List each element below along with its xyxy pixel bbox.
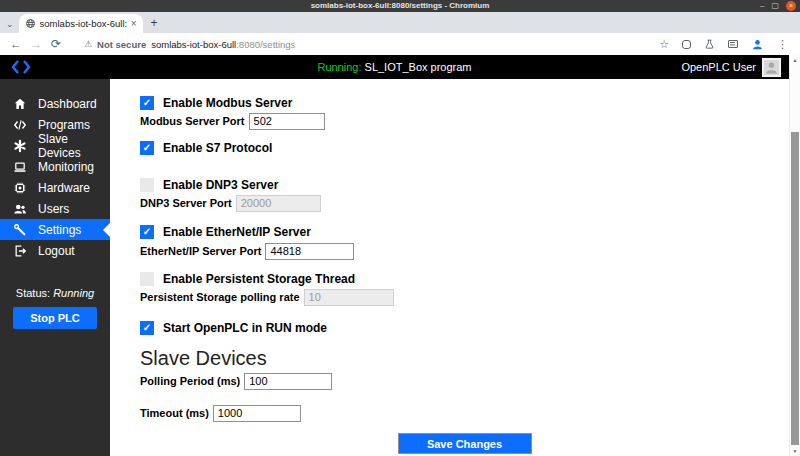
tab-search-chevron-icon[interactable]: ⌄ [4, 19, 19, 33]
url-text: somlabs-iot-box-6ull:8080/settings [151, 39, 295, 50]
s7-checkbox-label: Enable S7 Protocol [163, 141, 272, 155]
runmode-checkbox-label: Start OpenPLC in RUN mode [163, 321, 327, 335]
check-icon: ✓ [143, 225, 151, 239]
beaker-icon[interactable] [704, 38, 715, 50]
dnp3-checkbox-label: Enable DNP3 Server [163, 178, 278, 192]
window-title: somlabs-iot-box-6ull:8080/settings - Chr… [0, 0, 800, 12]
storage-checkbox-row: Enable Persistent Storage Thread [140, 271, 789, 286]
sidebar-item-logout[interactable]: Logout [0, 240, 110, 261]
maximize-icon[interactable]: ▢ [771, 1, 779, 11]
dnp3-port-label: DNP3 Server Port [140, 197, 232, 209]
window-titlebar: somlabs-iot-box-6ull:8080/settings - Chr… [0, 0, 800, 12]
modbus-checkbox[interactable]: ✓ [140, 96, 154, 110]
modbus-port-label: Modbus Server Port [140, 115, 245, 127]
close-icon[interactable]: × [786, 1, 796, 11]
back-icon[interactable]: ← [8, 37, 24, 51]
sidebar-item-slave-devices[interactable]: Slave Devices [0, 135, 110, 156]
storage-rate-input [304, 289, 394, 306]
asterisk-icon [13, 139, 27, 153]
reload-icon[interactable]: ⟳ [48, 37, 64, 51]
enip-checkbox-label: Enable EtherNet/IP Server [163, 225, 311, 239]
enip-checkbox[interactable]: ✓ [140, 225, 154, 239]
modbus-checkbox-label: Enable Modbus Server [163, 96, 292, 110]
plc-status: Status: Running [0, 287, 110, 299]
s7-checkbox-row: ✓ Enable S7 Protocol [140, 140, 789, 155]
address-bar[interactable]: ⚠ Not secure somlabs-iot-box-6ull:8080/s… [76, 36, 647, 52]
monitor-icon [13, 160, 27, 174]
sidebar-item-users[interactable]: Users [0, 198, 110, 219]
dnp3-port-input [236, 195, 321, 212]
users-icon [13, 202, 27, 216]
enip-port-label: EtherNet/IP Server Port [140, 245, 261, 257]
wrench-icon [13, 223, 27, 237]
runmode-checkbox[interactable]: ✓ [140, 321, 154, 335]
logout-icon [13, 244, 27, 258]
sidebar-item-monitoring[interactable]: Monitoring [0, 156, 110, 177]
forward-icon[interactable]: → [28, 37, 44, 51]
dnp3-checkbox-row: Enable DNP3 Server [140, 177, 789, 192]
polling-period-input[interactable] [244, 373, 332, 390]
scroll-down-icon[interactable]: ▼ [790, 448, 800, 454]
stop-plc-button[interactable]: Stop PLC [13, 307, 97, 329]
profile-icon[interactable] [751, 38, 764, 51]
polling-period-row: Polling Period (ms) [140, 372, 789, 390]
side-panel-icon[interactable] [728, 40, 738, 48]
sidebar-item-label: Dashboard [38, 97, 97, 111]
timeout-label: Timeout (ms) [140, 407, 209, 419]
chip-icon [13, 181, 27, 195]
toolbar-actions: ☆ ⋮ [659, 38, 792, 51]
sidebar-item-settings[interactable]: Settings [0, 219, 110, 240]
scroll-up-icon[interactable]: ▲ [790, 57, 800, 63]
timeout-row: Timeout (ms) [140, 404, 789, 422]
sidebar: Dashboard Programs Slave Devices Monitor… [0, 79, 110, 456]
s7-checkbox[interactable]: ✓ [140, 141, 154, 155]
minimize-icon[interactable]: – [760, 1, 764, 11]
window-controls: – ▢ × [760, 0, 796, 12]
sidebar-item-label: Settings [38, 223, 81, 237]
settings-page: ✓ Enable Modbus Server Modbus Server Por… [110, 79, 789, 456]
main-row: Dashboard Programs Slave Devices Monitor… [0, 79, 800, 456]
sidebar-item-hardware[interactable]: Hardware [0, 177, 110, 198]
page-scrollbar[interactable]: ▲ ▼ [789, 55, 800, 456]
extensions-icon[interactable] [682, 40, 691, 49]
new-tab-button[interactable]: + [143, 16, 166, 33]
code-icon [13, 118, 27, 132]
timeout-input[interactable] [213, 405, 301, 422]
status-value: Running [53, 287, 94, 299]
storage-rate-label: Persistent Storage polling rate [140, 291, 300, 303]
avatar[interactable] [762, 58, 781, 77]
enip-port-row: EtherNet/IP Server Port [140, 242, 789, 260]
program-name: SL_IOT_Box program [361, 61, 471, 73]
url-path: :8080/settings [236, 39, 295, 50]
tab-title: somlabs-iot-box-6ull:808 [40, 18, 127, 29]
plc-status-text: Running: SL_IOT_Box program [0, 61, 789, 73]
runmode-checkbox-row: ✓ Start OpenPLC in RUN mode [140, 320, 789, 335]
dnp3-checkbox[interactable] [140, 178, 154, 192]
modbus-port-input[interactable] [249, 113, 325, 130]
sidebar-item-label: Logout [38, 244, 75, 258]
security-chip[interactable]: Not secure [97, 39, 146, 50]
save-changes-button[interactable]: Save Changes [398, 433, 532, 454]
globe-favicon-icon [25, 18, 36, 29]
scrollbar-thumb[interactable] [791, 132, 799, 445]
sidebar-item-dashboard[interactable]: Dashboard [0, 93, 110, 114]
modbus-port-row: Modbus Server Port [140, 112, 789, 130]
browser-toolbar: ← → ⟳ ⚠ Not secure somlabs-iot-box-6ull:… [0, 33, 800, 55]
bookmark-star-icon[interactable]: ☆ [659, 38, 669, 51]
slave-devices-heading: Slave Devices [140, 347, 789, 369]
check-icon: ✓ [143, 321, 151, 335]
sidebar-item-label: Programs [38, 118, 90, 132]
menu-kebab-icon[interactable]: ⋮ [777, 38, 788, 51]
browser-tab[interactable]: somlabs-iot-box-6ull:808 × [19, 14, 143, 33]
dnp3-port-row: DNP3 Server Port [140, 194, 789, 212]
polling-period-label: Polling Period (ms) [140, 375, 240, 387]
tab-close-icon[interactable]: × [131, 18, 137, 29]
check-icon: ✓ [143, 141, 151, 155]
storage-checkbox[interactable] [140, 272, 154, 286]
tab-strip: ⌄ somlabs-iot-box-6ull:808 × + [0, 12, 800, 33]
enip-port-input[interactable] [265, 243, 354, 260]
openplc-header: Running: SL_IOT_Box program OpenPLC User [0, 55, 789, 79]
running-label: Running: [317, 61, 361, 73]
url-host: somlabs-iot-box-6ull [151, 39, 236, 50]
user-menu[interactable]: OpenPLC User [681, 58, 781, 77]
